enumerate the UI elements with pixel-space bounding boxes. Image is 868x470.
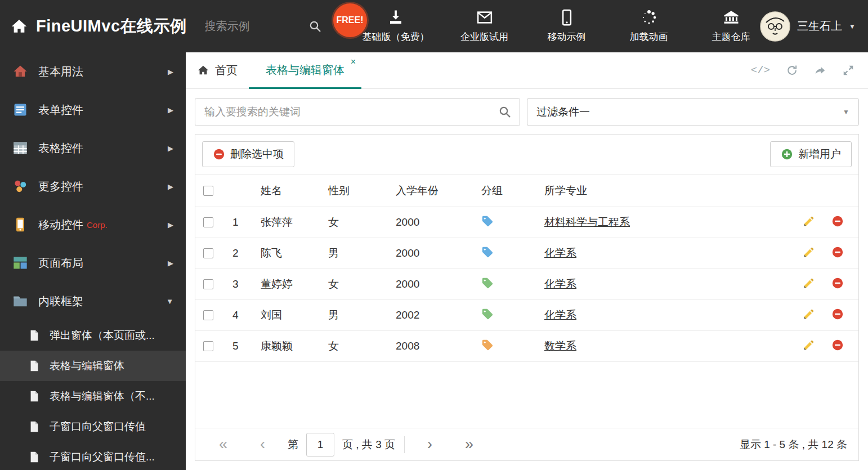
sidebar-subitem-grid-edit-window-alt[interactable]: 表格与编辑窗体（不... <box>0 381 186 411</box>
edit-pencil-icon[interactable] <box>803 308 815 320</box>
major-link[interactable]: 化学系 <box>544 247 576 259</box>
expand-icon[interactable] <box>842 64 854 77</box>
chevron-right-icon: ▶ <box>168 68 173 76</box>
tag-icon <box>481 339 494 351</box>
row-checkbox[interactable] <box>203 248 213 258</box>
pager-first-icon[interactable]: « <box>219 437 227 452</box>
chevron-down-icon: ▼ <box>843 108 849 116</box>
row-checkbox[interactable] <box>203 217 213 227</box>
file-icon <box>28 420 41 433</box>
tab-toolbar: </> <box>751 52 868 88</box>
major-link[interactable]: 化学系 <box>544 278 576 290</box>
delete-row-icon[interactable] <box>831 277 844 289</box>
sidebar-item-inline-frame[interactable]: 内联框架 ▼ <box>0 282 186 320</box>
major-link[interactable]: 化学系 <box>544 309 576 321</box>
sidebar-subitem-child-to-parent-2[interactable]: 子窗口向父窗口传值... <box>0 442 186 470</box>
refresh-icon[interactable] <box>786 64 798 77</box>
major-link[interactable]: 数学系 <box>544 340 576 352</box>
row-checkbox[interactable] <box>203 310 213 320</box>
sidebar-item-mobile-controls[interactable]: 移动控件 Corp. ▶ <box>0 205 186 244</box>
user-menu[interactable]: 三生石上 ▼ <box>760 11 868 42</box>
search-icon[interactable] <box>308 20 322 33</box>
avatar <box>760 11 790 42</box>
sidebar-item-basic-usage[interactable]: 基本用法 ▶ <box>0 52 186 91</box>
layout-icon <box>12 255 28 271</box>
sidebar-subitem-label: 表格与编辑窗体 <box>50 359 124 373</box>
row-checkbox[interactable] <box>203 279 213 289</box>
shapes-icon <box>12 178 28 194</box>
add-user-button[interactable]: 新增用户 <box>770 141 852 167</box>
mobile-icon <box>12 217 28 232</box>
delete-row-icon[interactable] <box>831 246 844 258</box>
top-search-input[interactable] <box>205 20 289 33</box>
chevron-right-icon: ▶ <box>168 182 173 191</box>
nav-item-enterprise-trial[interactable]: 企业版试用 <box>458 9 512 43</box>
cell-year: 2000 <box>391 207 477 238</box>
sidebar-subitem-label: 子窗口向父窗口传值... <box>50 450 155 464</box>
file-icon <box>28 451 41 463</box>
free-badge: FREE! <box>333 3 367 37</box>
cell-gender: 女 <box>324 269 391 300</box>
row-checkbox[interactable] <box>203 341 213 351</box>
nav-item-mobile-demo[interactable]: 移动示例 <box>540 9 594 43</box>
share-icon[interactable] <box>814 64 826 77</box>
brand[interactable]: FineUIMvc在线示例 <box>0 15 187 38</box>
filter-row: 过滤条件一 ▼ <box>195 98 859 126</box>
source-code-icon[interactable]: </> <box>751 64 770 77</box>
sidebar-subitem-grid-edit-window[interactable]: 表格与编辑窗体 <box>0 351 186 381</box>
sidebar-item-label: 更多控件 <box>38 179 83 194</box>
nav-item-loading-animation[interactable]: 加载动画 <box>622 9 676 43</box>
edit-pencil-icon[interactable] <box>803 246 815 258</box>
delete-row-icon[interactable] <box>831 308 844 320</box>
edit-pencil-icon[interactable] <box>803 339 815 351</box>
major-link[interactable]: 材料科学与工程系 <box>544 216 630 228</box>
tab-label: 表格与编辑窗体 <box>266 62 344 78</box>
cell-name: 康颖颖 <box>256 331 324 362</box>
download-icon <box>387 9 404 26</box>
edit-pencil-icon[interactable] <box>803 215 815 227</box>
pager-divider <box>404 436 405 453</box>
table-empty-space <box>195 362 858 428</box>
sidebar-subitem-label: 表格与编辑窗体（不... <box>50 389 155 404</box>
sidebar-item-page-layout[interactable]: 页面布局 ▶ <box>0 244 186 282</box>
app-title: FineUIMvc在线示例 <box>36 15 187 38</box>
chevron-down-icon: ▼ <box>166 297 173 306</box>
delete-row-icon[interactable] <box>831 215 844 227</box>
column-group: 分组 <box>477 174 540 207</box>
close-icon[interactable]: × <box>351 57 356 67</box>
select-all-checkbox[interactable] <box>203 186 213 196</box>
edit-pencil-icon[interactable] <box>803 277 815 289</box>
spinner-icon <box>641 9 657 26</box>
table-row: 3 董婷婷 女 2000 化学系 <box>195 269 858 300</box>
column-name: 姓名 <box>256 174 324 207</box>
keyword-search-input[interactable] <box>195 99 520 126</box>
nav-item-basic-edition[interactable]: FREE! 基础版（免费） <box>363 9 429 43</box>
pager-prev-icon[interactable]: ‹ <box>260 437 265 452</box>
chevron-right-icon: ▶ <box>168 106 173 114</box>
table-row: 2 陈飞 男 2000 化学系 <box>195 238 858 269</box>
sidebar-item-form-controls[interactable]: 表单控件 ▶ <box>0 91 186 129</box>
button-label: 删除选中项 <box>230 147 284 162</box>
page-number-input[interactable] <box>306 433 334 456</box>
search-icon[interactable] <box>498 105 512 119</box>
nav-item-theme-repo[interactable]: 主题仓库 <box>704 9 758 43</box>
sidebar-item-table-controls[interactable]: 表格控件 ▶ <box>0 129 186 167</box>
pager-next-icon[interactable]: › <box>427 437 432 452</box>
tag-icon <box>481 246 494 258</box>
delete-selected-button[interactable]: 删除选中项 <box>202 141 294 167</box>
sidebar-subitem-popup-window[interactable]: 弹出窗体（本页面或... <box>0 320 186 351</box>
row-number: 1 <box>228 207 256 238</box>
sidebar-subitem-child-to-parent[interactable]: 子窗口向父窗口传值 <box>0 411 186 442</box>
cell-gender: 男 <box>324 300 391 331</box>
tab-home[interactable]: 首页 <box>186 52 249 88</box>
page-suffix: 页 , 共 3 页 <box>342 437 395 452</box>
pager-last-icon[interactable]: » <box>465 437 473 452</box>
button-label: 新增用户 <box>798 147 841 162</box>
sidebar-subitem-label: 弹出窗体（本页面或... <box>50 328 155 343</box>
tab-grid-edit-window[interactable]: 表格与编辑窗体 × <box>249 52 361 89</box>
top-header: FineUIMvc在线示例 FREE! 基础版（免费） 企业版试用 移动示例 加… <box>0 0 868 52</box>
envelope-icon <box>476 9 493 26</box>
delete-row-icon[interactable] <box>831 339 844 351</box>
filter-dropdown[interactable]: 过滤条件一 ▼ <box>527 98 859 126</box>
sidebar-item-more-controls[interactable]: 更多控件 ▶ <box>0 167 186 205</box>
